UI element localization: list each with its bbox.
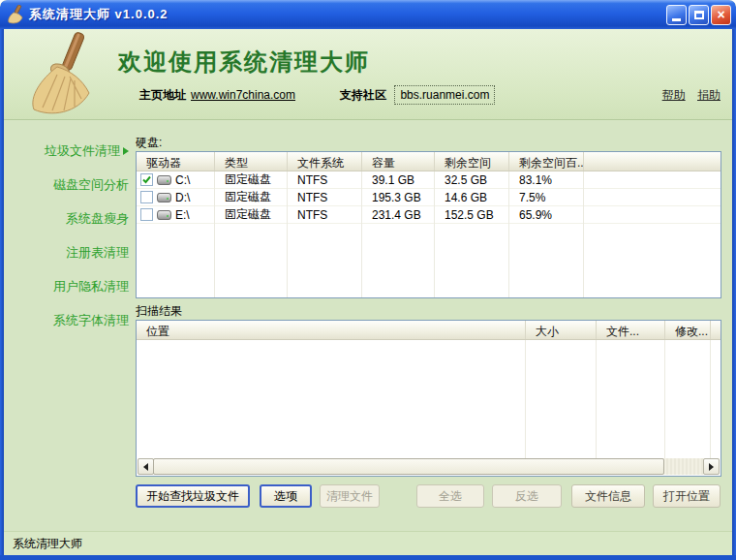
col-size[interactable]: 大小: [526, 321, 597, 339]
links-row: 主页地址www.win7china.com支持社区 bbs.ruanmei.co…: [139, 87, 495, 104]
broom-logo-icon: [14, 31, 112, 120]
scan-table-header: 位置 大小 文件... 修改...: [137, 321, 721, 340]
open-location-button[interactable]: 打开位置: [653, 484, 721, 508]
col-drive[interactable]: 驱动器: [137, 152, 215, 171]
col-type[interactable]: 类型: [215, 152, 288, 171]
checkbox-checked[interactable]: [140, 173, 153, 186]
drive-icon: [157, 210, 171, 220]
maximize-button[interactable]: [689, 5, 709, 25]
title-bar: 系统清理大师 v1.0.0.2 ×: [0, 0, 736, 29]
col-free[interactable]: 剩余空间: [435, 152, 509, 171]
app-broom-icon: [7, 5, 25, 28]
options-button[interactable]: 选项: [260, 484, 312, 508]
left-arrow-icon: [143, 463, 148, 471]
col-files[interactable]: 文件...: [597, 321, 665, 339]
home-label: 主页地址: [139, 88, 186, 102]
maximize-icon: [694, 11, 704, 19]
donate-link[interactable]: 捐助: [697, 88, 721, 102]
welcome-title: 欢迎使用系统清理大师: [118, 47, 370, 78]
col-modified[interactable]: 修改...: [665, 321, 711, 339]
disk-table: 驱动器 类型 文件系统 容量 剩余空间 剩余空间百... C:\ 固定磁盘 NT…: [136, 151, 721, 298]
sidebar-item-font-clean[interactable]: 系统字体清理: [4, 303, 136, 337]
table-row-drive-c[interactable]: C:\ 固定磁盘 NTFS 39.1 GB 32.5 GB 83.1%: [137, 171, 721, 189]
window-title: 系统清理大师 v1.0.0.2: [29, 0, 169, 28]
community-link[interactable]: bbs.ruanmei.com: [394, 85, 495, 105]
table-row-drive-d[interactable]: D:\ 固定磁盘 NTFS 195.3 GB 14.6 GB 7.5%: [137, 189, 721, 206]
sidebar-item-registry-clean[interactable]: 注册表清理: [4, 235, 136, 269]
scan-results-table: 位置 大小 文件... 修改...: [136, 320, 721, 477]
right-arrow-icon: [709, 463, 714, 471]
table-row-drive-e[interactable]: E:\ 固定磁盘 NTFS 231.4 GB 152.5 GB 65.9%: [137, 206, 721, 224]
col-free-percent[interactable]: 剩余空间百...: [509, 152, 584, 171]
sidebar-item-disk-analysis[interactable]: 磁盘空间分析: [4, 168, 136, 202]
help-links: 帮助 捐助: [654, 87, 721, 104]
help-link[interactable]: 帮助: [662, 88, 686, 102]
disks-section-label: 硬盘:: [136, 135, 162, 151]
start-scan-button[interactable]: 开始查找垃圾文件: [136, 484, 250, 508]
col-filesystem[interactable]: 文件系统: [288, 152, 362, 171]
col-empty: [711, 321, 721, 339]
file-info-button[interactable]: 文件信息: [571, 484, 645, 508]
close-icon: ×: [717, 6, 724, 24]
disk-table-header: 驱动器 类型 文件系统 容量 剩余空间 剩余空间百...: [137, 152, 721, 171]
minimize-button[interactable]: [666, 5, 687, 25]
scrollbar-thumb[interactable]: [153, 458, 664, 475]
sidebar-item-system-slim[interactable]: 系统盘瘦身: [4, 202, 136, 235]
drive-icon: [157, 193, 171, 202]
invert-selection-button: 反选: [492, 484, 562, 508]
sidebar-nav: 垃圾文件清理 磁盘空间分析 系统盘瘦身 注册表清理 用户隐私清理 系统字体清理: [4, 121, 136, 337]
col-empty: [584, 152, 721, 171]
active-arrow-icon: [123, 147, 129, 155]
checkbox-unchecked[interactable]: [140, 191, 153, 203]
col-capacity[interactable]: 容量: [362, 152, 435, 171]
scroll-right-button[interactable]: [703, 458, 720, 475]
clean-files-button: 清理文件: [320, 484, 380, 508]
select-all-button: 全选: [416, 484, 484, 508]
status-text: 系统清理大师: [13, 537, 82, 550]
minimize-icon: [672, 18, 681, 21]
window-frame-bottom: [0, 555, 736, 560]
scan-section-label: 扫描结果: [136, 303, 182, 320]
window-controls: ×: [666, 5, 731, 25]
scroll-left-button[interactable]: [138, 458, 154, 475]
header-panel: 欢迎使用系统清理大师 主页地址www.win7china.com支持社区 bbs…: [4, 29, 732, 120]
col-location[interactable]: 位置: [137, 321, 526, 339]
home-link[interactable]: www.win7china.com: [191, 88, 295, 102]
sidebar-item-privacy-clean[interactable]: 用户隐私清理: [4, 269, 136, 303]
close-button[interactable]: ×: [711, 5, 731, 25]
status-bar: 系统清理大师: [4, 531, 732, 555]
horizontal-scrollbar[interactable]: [138, 458, 720, 475]
community-label: 支持社区: [340, 88, 386, 102]
checkbox-unchecked[interactable]: [140, 208, 153, 221]
app-window: 系统清理大师 v1.0.0.2 × 欢迎使用系统清理大师 主页地址www.win…: [0, 0, 736, 560]
window-frame-left: [0, 29, 4, 560]
sidebar-item-junk-clean[interactable]: 垃圾文件清理: [4, 134, 136, 168]
drive-icon: [157, 175, 171, 185]
window-frame-right: [732, 29, 736, 560]
